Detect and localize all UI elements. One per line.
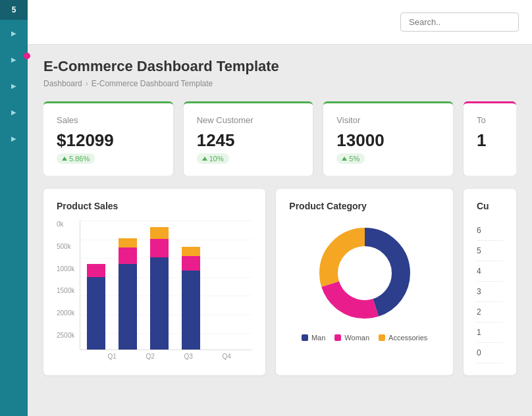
- sidebar-item-1[interactable]: ▶: [0, 20, 28, 46]
- line-label-4: 4: [477, 267, 481, 276]
- line-6: 6: [477, 221, 503, 241]
- line-label-0: 0: [477, 348, 481, 357]
- stat-sub-customers: 10%: [197, 153, 300, 164]
- y-label-5: 0k: [57, 221, 74, 228]
- bar-blue-q4: [182, 271, 200, 350]
- line-label-1: 1: [477, 328, 481, 337]
- bar-yellow-q2: [119, 238, 137, 247]
- legend-label-woman: Woman: [344, 334, 369, 342]
- stat-value-visitor: 13000: [336, 130, 440, 151]
- customer-card: Cu 6 5 4 3 2: [464, 189, 516, 375]
- topbar: [28, 0, 532, 45]
- y-label-4: 500k: [57, 243, 74, 250]
- bar-blue-q1: [87, 277, 105, 350]
- main-wrap: E-Commerce Dashboard Template Dashboard …: [28, 0, 532, 416]
- y-axis: 2500k 2000k 1500k 1000k 500k 0k: [57, 221, 80, 339]
- bar-group-q2: [119, 238, 137, 350]
- stat-label-customers: New Customer: [197, 115, 300, 125]
- stat-value-customers: 1245: [197, 130, 300, 151]
- product-category-title: Product Category: [289, 201, 440, 211]
- product-sales-title: Product Sales: [57, 201, 252, 211]
- bar-stack-q4: [182, 247, 200, 350]
- stat-card-visitor: Visitor 13000 5%: [323, 101, 453, 176]
- sidebar: 5 ▶ ▶ ▶ ▶ ▶: [0, 0, 28, 416]
- legend-man: Man: [302, 334, 325, 342]
- breadcrumb: Dashboard › E-Commerce Dashboard Templat…: [43, 79, 516, 88]
- content-area: E-Commerce Dashboard Template Dashboard …: [28, 45, 532, 416]
- stat-sub-visitor: 5%: [336, 153, 440, 164]
- line-label-6: 6: [477, 226, 481, 235]
- breadcrumb-current: E-Commerce Dashboard Template: [92, 79, 213, 88]
- line-label-5: 5: [477, 246, 481, 255]
- bar-stack-q3: [150, 227, 169, 350]
- nav-arrow-icon-1: ▶: [11, 30, 16, 37]
- product-category-card: Product Category: [276, 189, 453, 375]
- x-label-q2: Q2: [146, 353, 155, 360]
- bar-blue-q2: [119, 264, 137, 350]
- nav-arrow-icon-2: ▶: [11, 56, 16, 63]
- bar-stack-q1: [87, 264, 105, 350]
- x-label-q3: Q3: [184, 353, 193, 360]
- legend-label-man: Man: [311, 334, 325, 342]
- breadcrumb-separator: ›: [86, 79, 88, 88]
- arrow-up-icon-visitor: [342, 157, 347, 161]
- x-label-q1: Q1: [108, 353, 117, 360]
- bar-chart-body: Q1 Q2 Q3 Q4: [80, 221, 252, 352]
- stat-badge-sales: 5.86%: [57, 153, 95, 164]
- sidebar-item-2[interactable]: ▶: [0, 46, 28, 72]
- x-label-q4: Q4: [223, 353, 231, 360]
- sidebar-top-item[interactable]: 5: [0, 0, 28, 20]
- legend-dot-accessories: [379, 334, 385, 341]
- bar-yellow-q4: [182, 247, 200, 256]
- line-1: 1: [477, 323, 503, 343]
- customer-lines: 6 5 4 3 2 1: [477, 221, 503, 363]
- y-label-1: 2000k: [57, 309, 74, 317]
- line-3: 3: [477, 282, 503, 302]
- stat-card-customers: New Customer 1245 10%: [184, 101, 313, 176]
- svg-point-4: [338, 247, 391, 299]
- bar-group-q4: [182, 247, 200, 350]
- line-0: 0: [477, 343, 503, 363]
- stat-sub-sales: 5.86%: [57, 153, 160, 164]
- nav-arrow-icon-3: ▶: [11, 82, 16, 90]
- nav-arrow-icon-4: ▶: [11, 109, 16, 116]
- bars-area: [80, 221, 252, 350]
- bar-pink-q3: [150, 239, 169, 257]
- sidebar-item-4[interactable]: ▶: [0, 99, 28, 125]
- stat-badge-customers: 10%: [197, 153, 229, 164]
- sidebar-item-5[interactable]: ▶: [0, 125, 28, 151]
- line-5: 5: [477, 241, 503, 261]
- y-label-0: 2500k: [57, 332, 74, 339]
- x-labels: Q1 Q2 Q3 Q4: [80, 350, 252, 360]
- bar-pink-q1: [87, 264, 105, 277]
- sidebar-item-3[interactable]: ▶: [0, 72, 28, 99]
- bar-pink-q4: [182, 256, 200, 271]
- bar-yellow-q3: [150, 227, 169, 239]
- bar-group-q3: [150, 227, 169, 350]
- page-title: E-Commerce Dashboard Template: [43, 58, 516, 75]
- line-label-2: 2: [477, 307, 481, 317]
- bar-chart-area: 2500k 2000k 1500k 1000k 500k 0k: [57, 221, 252, 352]
- arrow-up-icon-customers: [202, 157, 207, 161]
- legend-dot-woman: [334, 334, 341, 341]
- customer-card-title: Cu: [477, 201, 503, 211]
- bar-pink-q2: [119, 247, 137, 264]
- donut-legend: Man Woman Accessories: [289, 334, 440, 342]
- stat-card-extra: To 1: [464, 101, 516, 176]
- arrow-up-icon-sales: [62, 157, 67, 161]
- legend-accessories: Accessories: [379, 334, 427, 342]
- stat-label-visitor: Visitor: [336, 115, 440, 125]
- stat-value-extra: 1: [477, 130, 503, 151]
- donut-chart-svg: [312, 221, 417, 326]
- nav-arrow-icon-5: ▶: [11, 135, 16, 142]
- search-input[interactable]: [400, 13, 519, 32]
- stat-label-extra: To: [477, 115, 503, 125]
- stat-value-sales: $12099: [57, 130, 160, 151]
- line-2: 2: [477, 302, 503, 323]
- charts-row: Product Sales 2500k 2000k 1500k 1000k 50…: [43, 189, 516, 375]
- bar-group-q1: [87, 264, 105, 350]
- legend-label-accessories: Accessories: [388, 334, 427, 342]
- breadcrumb-home[interactable]: Dashboard: [43, 79, 82, 88]
- product-sales-card: Product Sales 2500k 2000k 1500k 1000k 50…: [43, 189, 265, 375]
- bar-stack-q2: [119, 238, 137, 350]
